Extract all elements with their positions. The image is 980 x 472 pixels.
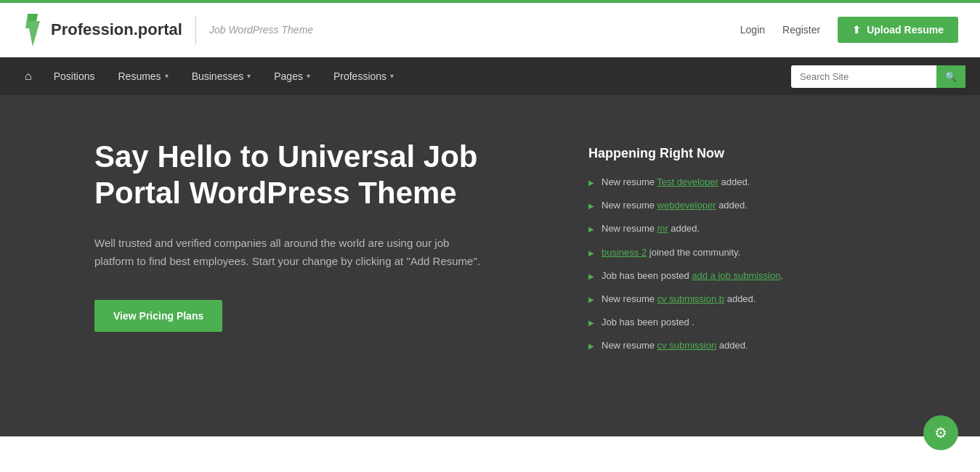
nav-businesses-label: Businesses bbox=[192, 57, 244, 95]
feed-arrow-icon: ▶ bbox=[588, 318, 594, 328]
header: Profession.portal Job WordPress Theme Lo… bbox=[0, 3, 980, 57]
nav-item-professions[interactable]: Professions ▾ bbox=[322, 57, 405, 95]
feed-text: New resume webdeveloper added. bbox=[602, 199, 748, 212]
feed-arrow-icon: ▶ bbox=[588, 178, 594, 188]
feed-link[interactable]: mr bbox=[657, 223, 668, 234]
feed-arrow-icon: ▶ bbox=[588, 341, 594, 351]
feed-item: ▶New resume webdeveloper added. bbox=[588, 199, 864, 212]
logo-divider bbox=[195, 15, 196, 44]
feed-arrow-icon: ▶ bbox=[588, 201, 594, 211]
logo-area: Profession.portal bbox=[22, 14, 182, 46]
feed-link[interactable]: business 2 bbox=[602, 247, 647, 258]
feed-text: New resume cv submission added. bbox=[602, 339, 748, 352]
nav-item-resumes[interactable]: Resumes ▾ bbox=[106, 57, 179, 95]
upload-resume-label: Upload Resume bbox=[867, 24, 944, 36]
search-button[interactable]: 🔍 bbox=[936, 65, 965, 88]
hero-right: Happening Right Now ▶New resume Test dev… bbox=[588, 139, 864, 363]
nav-pages-label: Pages bbox=[274, 57, 303, 95]
search-box: 🔍 bbox=[791, 65, 965, 88]
upload-icon: ⬆ bbox=[852, 24, 861, 36]
home-icon: ⌂ bbox=[25, 70, 32, 83]
feed-link[interactable]: cv submission b bbox=[657, 293, 724, 304]
tagline: Job WordPress Theme bbox=[209, 24, 313, 36]
view-pricing-button[interactable]: View Pricing Plans bbox=[94, 300, 222, 332]
nav-search-area: 🔍 bbox=[791, 65, 965, 88]
gear-icon: ⚙ bbox=[934, 424, 947, 436]
professions-chevron-icon: ▾ bbox=[390, 57, 394, 95]
feed-item: ▶New resume cv submission added. bbox=[588, 339, 864, 352]
resumes-chevron-icon: ▾ bbox=[165, 57, 169, 95]
businesses-chevron-icon: ▾ bbox=[247, 57, 251, 95]
upload-resume-button[interactable]: ⬆ Upload Resume bbox=[838, 17, 958, 43]
hero-title: Say Hello to Universal Job Portal WordPr… bbox=[94, 139, 545, 212]
feed-item: ▶New resume Test developer added. bbox=[588, 176, 864, 189]
hero-description: Well trusted and verified companies all … bbox=[94, 234, 487, 271]
nav-resumes-label: Resumes bbox=[118, 57, 161, 95]
hero-left: Say Hello to Universal Job Portal WordPr… bbox=[94, 139, 545, 332]
nav-item-positions[interactable]: Positions bbox=[42, 57, 107, 95]
feed-text: New resume Test developer added. bbox=[602, 176, 750, 189]
feed-link[interactable]: webdeveloper bbox=[657, 200, 716, 211]
feed-text: business 2 joined the community. bbox=[602, 246, 740, 259]
feed-arrow-icon: ▶ bbox=[588, 224, 594, 235]
feed-link[interactable]: cv submission bbox=[657, 340, 717, 351]
feed-arrow-icon: ▶ bbox=[588, 272, 594, 282]
feed-arrow-icon: ▶ bbox=[588, 295, 594, 305]
nav-item-businesses[interactable]: Businesses ▾ bbox=[180, 57, 263, 95]
feed-text: New resume cv submission b added. bbox=[602, 293, 756, 306]
nav-home-button[interactable]: ⌂ bbox=[15, 70, 42, 83]
feed-item: ▶Job has been posted add a job submissio… bbox=[588, 269, 864, 282]
logo-text: Profession.portal bbox=[51, 20, 182, 39]
feed-text: Job has been posted . bbox=[602, 316, 694, 329]
feed-item: ▶business 2 joined the community. bbox=[588, 246, 864, 259]
feed-link[interactable]: add a job submission bbox=[692, 270, 780, 281]
feed-item: ▶Job has been posted . bbox=[588, 316, 864, 329]
header-right: Login Register ⬆ Upload Resume bbox=[740, 17, 958, 43]
feed-text: Job has been posted add a job submission… bbox=[602, 269, 783, 282]
nav-item-pages[interactable]: Pages ▾ bbox=[262, 57, 322, 95]
logo-icon bbox=[22, 14, 44, 46]
happening-title: Happening Right Now bbox=[588, 146, 864, 161]
main-nav: ⌂ Positions Resumes ▾ Businesses ▾ Pages… bbox=[0, 57, 980, 95]
search-input[interactable] bbox=[791, 65, 936, 88]
register-link[interactable]: Register bbox=[782, 24, 820, 36]
feed-item: ▶New resume cv submission b added. bbox=[588, 293, 864, 306]
search-icon: 🔍 bbox=[945, 71, 957, 82]
nav-positions-label: Positions bbox=[54, 57, 95, 95]
feed-item: ▶New resume mr added. bbox=[588, 222, 864, 235]
feed-text: New resume mr added. bbox=[602, 222, 700, 235]
login-link[interactable]: Login bbox=[740, 24, 765, 36]
feed-arrow-icon: ▶ bbox=[588, 248, 594, 259]
feed-link[interactable]: Test developer bbox=[657, 176, 718, 187]
pages-chevron-icon: ▾ bbox=[307, 57, 310, 95]
hero-section: Say Hello to Universal Job Portal WordPr… bbox=[0, 95, 980, 436]
feed-container: ▶New resume Test developer added.▶New re… bbox=[588, 176, 864, 353]
nav-professions-label: Professions bbox=[333, 57, 386, 95]
